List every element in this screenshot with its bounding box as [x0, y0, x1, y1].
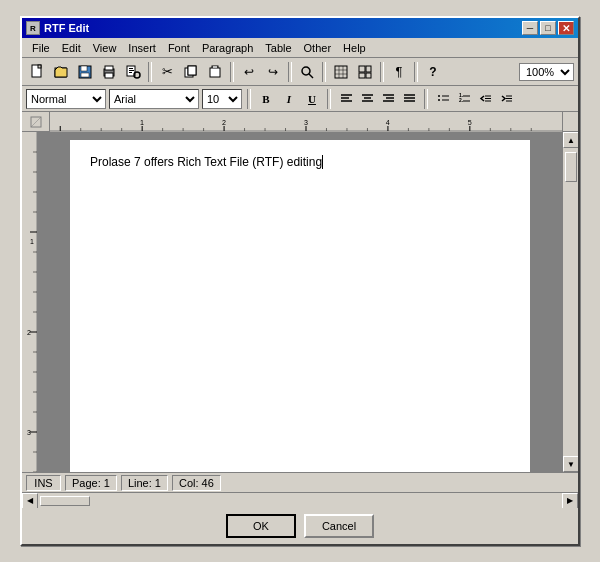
svg-text:4: 4	[386, 119, 390, 127]
vertical-scrollbar: ▲ ▼	[562, 132, 578, 472]
page-indicator: Page: 1	[65, 475, 117, 491]
content-area: 1 2 3	[22, 132, 578, 472]
ruler-corner	[22, 112, 50, 132]
scroll-thumb-vertical[interactable]	[565, 152, 577, 182]
scroll-track-horizontal[interactable]	[38, 496, 562, 506]
svg-text:2.: 2.	[459, 97, 464, 103]
line-label: Line:	[128, 477, 152, 489]
fmt-sep-1	[247, 89, 251, 109]
editor-text: Prolase 7 offers Rich Text File (RTF) ed…	[90, 155, 322, 169]
editor-wrapper: Prolase 7 offers Rich Text File (RTF) ed…	[38, 132, 562, 472]
svg-rect-90	[22, 132, 38, 472]
number-list-button[interactable]: 1.2.	[454, 89, 474, 109]
svg-point-20	[302, 67, 310, 75]
toolbar-sep-5	[380, 62, 384, 82]
align-left-button[interactable]	[336, 89, 356, 109]
zoom-dropdown[interactable]: 100% 50% 75% 125% 150% 200%	[519, 63, 574, 81]
menu-bar: File Edit View Insert Font Paragraph Tab…	[22, 38, 578, 58]
menu-file[interactable]: File	[26, 40, 56, 56]
menu-insert[interactable]: Insert	[122, 40, 162, 56]
title-bar-left: R RTF Edit	[26, 21, 89, 35]
svg-point-43	[438, 95, 440, 97]
preview-button[interactable]	[122, 61, 144, 83]
copy-button[interactable]	[180, 61, 202, 83]
toolbar-sep-2	[230, 62, 234, 82]
scroll-right-button[interactable]: ▶	[562, 493, 578, 509]
bold-button[interactable]: B	[256, 89, 276, 109]
italic-button[interactable]: I	[279, 89, 299, 109]
vertical-ruler: 1 2 3	[22, 132, 38, 472]
new-button[interactable]	[26, 61, 48, 83]
svg-text:1: 1	[140, 119, 144, 127]
cut-button[interactable]: ✂	[156, 61, 178, 83]
editor-content[interactable]: Prolase 7 offers Rich Text File (RTF) ed…	[90, 155, 510, 455]
menu-table[interactable]: Table	[259, 40, 297, 56]
style-dropdown[interactable]: Normal Heading 1 Heading 2	[26, 89, 106, 109]
help-button[interactable]: ?	[422, 61, 444, 83]
svg-rect-1	[38, 65, 41, 68]
title-bar: R RTF Edit ─ □ ✕	[22, 18, 578, 38]
document-page: Prolase 7 offers Rich Text File (RTF) ed…	[70, 140, 530, 472]
underline-button[interactable]: U	[302, 89, 322, 109]
align-center-button[interactable]	[357, 89, 377, 109]
menu-view[interactable]: View	[87, 40, 123, 56]
svg-rect-18	[210, 68, 220, 77]
svg-line-58	[31, 117, 41, 127]
indent-decrease-button[interactable]	[475, 89, 495, 109]
scroll-up-button[interactable]: ▲	[563, 132, 578, 148]
paragraph-marks-button[interactable]: ¶	[388, 61, 410, 83]
line-indicator: Line: 1	[121, 475, 168, 491]
menu-edit[interactable]: Edit	[56, 40, 87, 56]
menu-other[interactable]: Other	[298, 40, 338, 56]
svg-rect-8	[105, 73, 113, 78]
title-controls: ─ □ ✕	[522, 21, 574, 35]
col-label: Col:	[179, 477, 199, 489]
page-value: 1	[104, 477, 110, 489]
menu-font[interactable]: Font	[162, 40, 196, 56]
table-edit-button[interactable]	[354, 61, 376, 83]
ok-button[interactable]: OK	[226, 514, 296, 538]
align-right-button[interactable]	[378, 89, 398, 109]
menu-help[interactable]: Help	[337, 40, 372, 56]
toolbar-sep-1	[148, 62, 152, 82]
size-dropdown[interactable]: 10 8 12 14	[202, 89, 242, 109]
font-dropdown[interactable]: Arial Times New Roman Courier New	[109, 89, 199, 109]
text-cursor	[322, 155, 323, 169]
scroll-left-button[interactable]: ◀	[22, 493, 38, 509]
svg-rect-10	[129, 68, 133, 69]
svg-point-45	[438, 99, 440, 101]
alignment-buttons	[336, 89, 419, 109]
svg-rect-4	[81, 66, 87, 71]
undo-button[interactable]: ↩	[238, 61, 260, 83]
save-button[interactable]	[74, 61, 96, 83]
print-button[interactable]	[98, 61, 120, 83]
col-value: 46	[202, 477, 214, 489]
svg-rect-27	[359, 66, 365, 72]
paste-button[interactable]	[204, 61, 226, 83]
status-bar: INS Page: 1 Line: 1 Col: 46	[22, 472, 578, 492]
indent-increase-button[interactable]	[496, 89, 516, 109]
bullet-list-button[interactable]	[433, 89, 453, 109]
svg-rect-5	[81, 73, 89, 77]
svg-text:3: 3	[304, 119, 308, 127]
line-value: 1	[155, 477, 161, 489]
scroll-thumb-horizontal[interactable]	[40, 496, 90, 506]
redo-button[interactable]: ↪	[262, 61, 284, 83]
scroll-track-vertical[interactable]	[563, 148, 578, 456]
cancel-button[interactable]: Cancel	[304, 514, 374, 538]
svg-text:5: 5	[468, 119, 472, 127]
menu-paragraph[interactable]: Paragraph	[196, 40, 259, 56]
list-buttons: 1.2.	[433, 89, 516, 109]
horizontal-scrollbar: ◀ ▶	[22, 492, 578, 508]
table-insert-button[interactable]	[330, 61, 352, 83]
svg-rect-22	[335, 66, 347, 78]
find-button[interactable]	[296, 61, 318, 83]
fmt-sep-3	[424, 89, 428, 109]
maximize-button[interactable]: □	[540, 21, 556, 35]
close-button[interactable]: ✕	[558, 21, 574, 35]
minimize-button[interactable]: ─	[522, 21, 538, 35]
svg-rect-7	[105, 66, 113, 70]
scroll-down-button[interactable]: ▼	[563, 456, 578, 472]
open-button[interactable]	[50, 61, 72, 83]
align-justify-button[interactable]	[399, 89, 419, 109]
